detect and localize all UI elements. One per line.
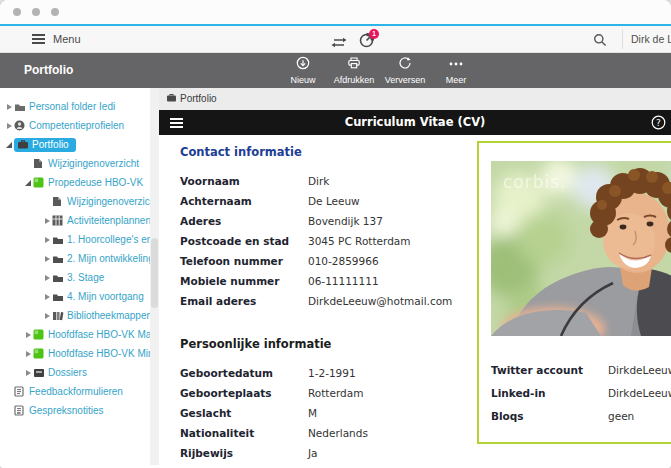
action-toolbar: Portfolio Nieuw Afdrukken Verversen Meer <box>0 53 671 88</box>
collapse-caret-icon[interactable] <box>4 141 14 149</box>
help-icon[interactable]: ? <box>651 115 666 134</box>
notes-icon <box>14 405 29 416</box>
sidebar-item-mijn-ontwikkeling[interactable]: 2. Mijn ontwikkeling <box>0 249 150 268</box>
folder-icon <box>52 273 67 283</box>
sidebar-item-stage[interactable]: 3. Stage <box>0 268 150 287</box>
field-label: Geslacht <box>180 407 308 419</box>
profile-panel: corbis. Twitter account DirkdeLeeuw Link… <box>477 141 671 444</box>
field-value: geen <box>608 410 634 422</box>
sidebar-item-mijn-voortgang[interactable]: 4. Mijn voortgang <box>0 287 150 306</box>
field-label: Twitter account <box>491 364 608 376</box>
user-name[interactable]: Dirk de Leeuw <box>631 33 671 45</box>
expand-caret-icon[interactable] <box>23 331 33 339</box>
field-label: Geboortedatum <box>180 367 308 379</box>
main-panel: Portfolio Curriculum Vitae (CV) ? Contac… <box>159 88 671 465</box>
field-value: DirkdeLeeuw@hotmail.com <box>308 295 452 307</box>
menu-button[interactable]: Menu <box>32 26 81 52</box>
expand-caret-icon[interactable] <box>4 103 14 111</box>
sidebar-scrollbar[interactable] <box>150 88 159 465</box>
sidebar-item-portfolio[interactable]: Portfolio <box>0 135 150 154</box>
library-books-icon <box>52 311 67 321</box>
field-value: 010-2859966 <box>308 255 379 267</box>
field-label: Nationaliteit <box>180 427 308 439</box>
field-value: 3045 PC Rotterdam <box>308 235 410 247</box>
field-label: Mobiele nummer <box>180 275 308 287</box>
sidebar-item-label: 2. Mijn ontwikkeling <box>67 253 150 264</box>
refresh-label: Verversen <box>385 75 426 85</box>
sidebar-item-label: Propedeuse HBO-VK <box>48 177 143 188</box>
expand-caret-icon[interactable] <box>42 293 52 301</box>
new-icon <box>296 56 310 74</box>
menu-center-icons: 1 <box>331 33 374 52</box>
field-label: Postcoade en stad <box>180 235 308 247</box>
expand-caret-icon[interactable] <box>42 217 52 225</box>
sidebar-item-label: Feedbackformulieren <box>29 386 123 397</box>
scrollbar-thumb[interactable] <box>151 238 158 308</box>
window-control-dot[interactable] <box>13 8 21 16</box>
field-label: Voornaam <box>180 175 308 187</box>
sidebar-item-competentieprofielen[interactable]: Competentieprofielen <box>0 116 150 135</box>
collapse-caret-icon[interactable] <box>23 179 33 187</box>
expand-caret-icon[interactable] <box>42 274 52 282</box>
expand-caret-icon[interactable] <box>23 369 33 377</box>
field-label: Rijbewijs <box>180 447 308 459</box>
search-icon[interactable] <box>593 33 607 51</box>
field-row: Twitter account DirkdeLeeuw <box>491 358 671 381</box>
sidebar-item-gespreksnotities[interactable]: Gespreksnotities <box>0 401 150 420</box>
sidebar-item-personal-folder[interactable]: Personal folder Iedi <box>0 97 150 116</box>
expand-caret-icon[interactable] <box>42 312 52 320</box>
menu-bar: Menu 1 Dirk de Leeuw <box>0 26 671 53</box>
field-label: Aderes <box>180 215 308 227</box>
sidebar-item-label: Wijzigingenoverzicht <box>67 196 150 207</box>
sidebar-item-wijzigingenoverzicht[interactable]: Wijzigingenoverzicht <box>0 154 150 173</box>
divider <box>622 30 623 49</box>
field-label: Telefoon nummer <box>180 255 308 267</box>
expand-caret-icon[interactable] <box>42 236 52 244</box>
field-value: Dirk <box>308 175 329 187</box>
expand-caret-icon[interactable] <box>4 122 14 130</box>
sidebar-item-label: Personal folder Iedi <box>29 101 115 112</box>
sidebar-item-hoofdfase-major[interactable]: Hoofdfase HBO-VK Major GGZ <box>0 325 150 344</box>
cv-menu-hamburger-icon[interactable] <box>170 118 183 128</box>
window-control-dot[interactable] <box>32 8 40 16</box>
sidebar-item-label: Bibliotheekmappen <box>67 310 150 321</box>
field-row: Linked-in DirkdeLeeuw <box>491 381 671 404</box>
sidebar-item-wijzigingenoverzicht-sub[interactable]: Wijzigingenoverzicht <box>0 192 150 211</box>
sidebar-item-propedeuse[interactable]: Propedeuse HBO-VK <box>0 173 150 192</box>
sidebar-item-activiteitenplannen[interactable]: Activiteitenplannen <box>0 211 150 230</box>
field-label: Achternaam <box>180 195 308 207</box>
more-dots-icon <box>448 56 464 74</box>
field-value: De Leeuw <box>308 195 360 207</box>
sidebar-item-label: 1. Hoorcollege's en Practica <box>67 234 150 245</box>
sidebar-item-feedbackformulieren[interactable]: Feedbackformulieren <box>0 382 150 401</box>
field-value: DirkdeLeeuw <box>608 364 671 376</box>
field-value: Bovendijk 137 <box>308 215 383 227</box>
field-value: 1-2-1991 <box>308 367 356 379</box>
briefcase-icon <box>166 88 177 110</box>
briefcase-icon <box>17 139 32 149</box>
transfer-arrows-icon[interactable] <box>331 34 347 52</box>
sidebar-item-dossiers[interactable]: Dossiers <box>0 363 150 382</box>
sidebar-item-label: 4. Mijn voortgang <box>67 291 144 302</box>
field-value: Ja <box>308 447 318 459</box>
field-value: M <box>308 407 317 419</box>
tab-portfolio[interactable]: Portfolio <box>159 88 227 110</box>
field-value: DirkdeLeeuw <box>608 387 671 399</box>
sidebar-item-bibliotheekmappen[interactable]: Bibliotheekmappen <box>0 306 150 325</box>
sidebar-item-hoofdfase-minor[interactable]: Hoofdfase HBO-VK Minor AGZ <box>0 344 150 363</box>
folder-icon <box>52 292 67 302</box>
progress-gauge-icon[interactable]: 1 <box>359 33 374 52</box>
window-control-dot[interactable] <box>51 8 59 16</box>
tab-strip: Portfolio <box>159 88 671 110</box>
menu-label: Menu <box>53 33 81 45</box>
grid-icon <box>52 215 67 226</box>
changes-document-icon <box>52 196 67 207</box>
folder-icon <box>52 235 67 245</box>
sidebar-item-hoorcolleges[interactable]: 1. Hoorcollege's en Practica <box>0 230 150 249</box>
expand-caret-icon[interactable] <box>23 350 33 358</box>
field-label: Geboorteplaats <box>180 387 308 399</box>
field-label: Email aderes <box>180 295 308 307</box>
cv-header-bar: Curriculum Vitae (CV) ? <box>159 110 671 135</box>
expand-caret-icon[interactable] <box>42 255 52 263</box>
folder-icon <box>14 102 29 112</box>
